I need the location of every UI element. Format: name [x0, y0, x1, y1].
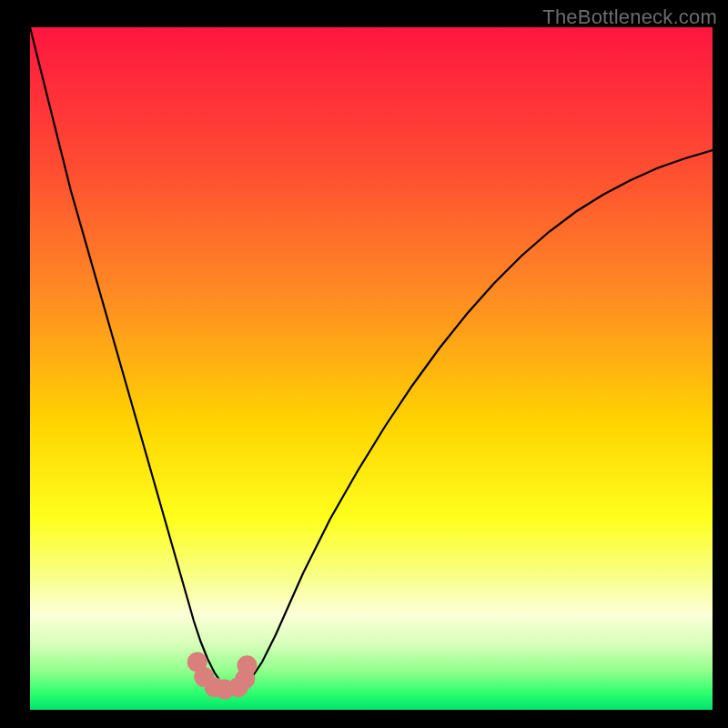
watermark-text: TheBottleneck.com [542, 5, 717, 29]
gradient-background [30, 27, 713, 710]
marker-dot [238, 655, 258, 675]
chart-svg [30, 27, 713, 710]
plot-area [30, 27, 713, 710]
outer-frame: TheBottleneck.com [0, 0, 728, 728]
